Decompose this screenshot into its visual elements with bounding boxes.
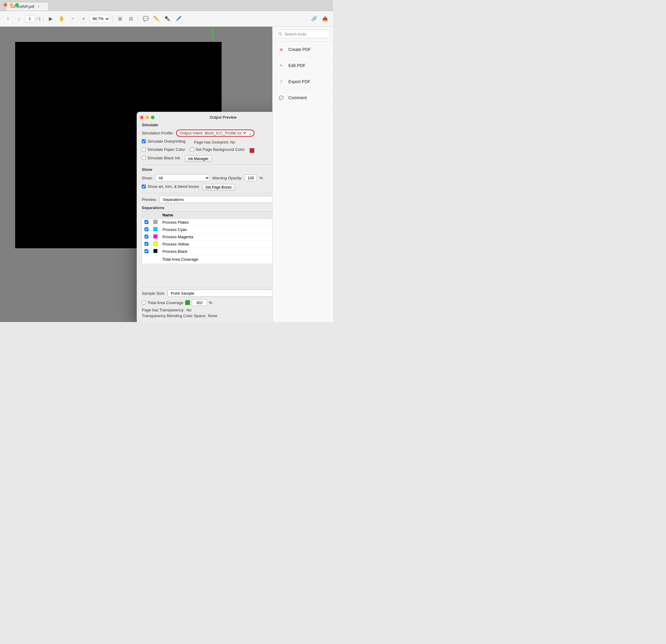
toolbar-separator-3 bbox=[138, 15, 138, 22]
show-art-trim-checkbox[interactable] bbox=[142, 184, 146, 189]
empty-space bbox=[142, 266, 272, 284]
set-page-bg-checkbox[interactable] bbox=[190, 147, 194, 151]
sep-name: Process Black bbox=[160, 248, 253, 255]
separation-row[interactable]: Process Magenta 64% bbox=[142, 233, 273, 241]
page-transparency-label: Page has Transparency: bbox=[142, 308, 185, 312]
pdf-viewer-area[interactable]: Output Preview Simulate Simulation Profi… bbox=[0, 27, 272, 322]
tool-label: Edit PDF bbox=[288, 63, 305, 68]
window-controls bbox=[4, 3, 19, 7]
separation-row[interactable]: Process Black 98% bbox=[142, 248, 273, 255]
minimize-window-btn[interactable] bbox=[10, 3, 13, 7]
preview-label: Preview: bbox=[142, 197, 157, 202]
sep-pct: 64% bbox=[253, 233, 272, 241]
sep-checkbox[interactable] bbox=[144, 242, 148, 246]
sep-checkbox[interactable] bbox=[144, 235, 148, 238]
divider-3 bbox=[142, 287, 272, 287]
stamp-btn[interactable]: 🖊️ bbox=[174, 14, 183, 24]
simulate-black-ink-row: Simulate Black Ink bbox=[142, 156, 180, 160]
close-window-btn[interactable] bbox=[4, 3, 7, 7]
sep-checkbox[interactable] bbox=[144, 249, 148, 253]
share-btn[interactable]: 📤 bbox=[320, 14, 330, 24]
maximize-window-btn[interactable] bbox=[15, 3, 19, 7]
toolbar: ↑ ↓ 1 / 1 ▶ ✋ − + 98.7% ⊞ ⊟ 💬 ✏️ ✒️ 🖊️ 🔗… bbox=[0, 11, 333, 27]
hand-tool-btn[interactable]: ✋ bbox=[57, 14, 67, 24]
tac-checkbox[interactable] bbox=[142, 301, 146, 305]
prev-page-btn[interactable]: ↑ bbox=[3, 14, 13, 24]
link-btn[interactable]: 🔗 bbox=[309, 14, 319, 24]
page-transparency-value: No bbox=[187, 308, 192, 312]
separations-table: Name Process Plates Process Cyan 72% Pro… bbox=[142, 211, 272, 264]
sep-color-swatch bbox=[153, 220, 158, 224]
output-preview-dialog[interactable]: Output Preview Simulate Simulation Profi… bbox=[137, 112, 272, 322]
dialog-window-controls bbox=[140, 115, 155, 119]
warning-opacity-input[interactable]: 100 bbox=[245, 175, 257, 181]
dialog-max-btn[interactable] bbox=[151, 115, 155, 119]
divider-2 bbox=[142, 193, 272, 193]
sign-btn[interactable]: ✒️ bbox=[163, 14, 172, 24]
separations-label: Separations bbox=[142, 205, 272, 210]
zoom-out-btn[interactable]: − bbox=[68, 14, 77, 24]
sep-pct: 64% bbox=[253, 241, 272, 248]
bg-color-swatch[interactable] bbox=[249, 148, 255, 153]
edit-pdf-icon: ✎ bbox=[277, 61, 285, 70]
next-page-btn[interactable]: ↓ bbox=[14, 14, 24, 24]
select-tool-btn[interactable]: ▶ bbox=[46, 14, 55, 24]
dialog-close-btn[interactable] bbox=[140, 115, 144, 119]
zoom-in-btn[interactable]: + bbox=[78, 14, 88, 24]
sep-col-name: Name bbox=[160, 212, 253, 219]
simulate-overprinting-checkbox[interactable] bbox=[142, 139, 146, 143]
sample-size-select[interactable]: Point Sample bbox=[168, 289, 272, 297]
separation-row[interactable]: Process Cyan 72% bbox=[142, 226, 273, 233]
zoom-select[interactable]: 98.7% bbox=[90, 15, 110, 23]
simulate-black-ink-checkbox[interactable] bbox=[142, 156, 146, 160]
tac-row: Total Area Coverage 302 % bbox=[142, 299, 272, 306]
sep-checkbox[interactable] bbox=[144, 220, 148, 224]
sep-checkbox[interactable] bbox=[144, 227, 148, 231]
page-total: / 1 bbox=[36, 16, 41, 21]
tab-close-btn[interactable]: × bbox=[37, 4, 41, 9]
tool-item-export-pdf-icon[interactable]: ⤴ Export PDF bbox=[273, 74, 333, 90]
sep-pct bbox=[253, 219, 272, 226]
comment-icon: 💬 bbox=[277, 93, 285, 102]
warning-opacity-pct: % bbox=[259, 176, 263, 180]
set-page-bg-label: Set Page Background Color bbox=[196, 147, 245, 152]
simulate-overprinting-row: Simulate Overprinting bbox=[142, 139, 186, 144]
sample-size-row: Sample Size: Point Sample bbox=[142, 289, 272, 297]
page-number-input[interactable]: 1 bbox=[25, 15, 35, 22]
scroll-mode-btn[interactable]: ⊟ bbox=[126, 14, 136, 24]
tac-label: Total Area Coverage bbox=[147, 301, 183, 305]
total-area-coverage-row: Total Area Coverage 298% bbox=[142, 255, 273, 264]
separation-row[interactable]: Process Plates bbox=[142, 219, 273, 226]
simulate-paper-color-checkbox[interactable] bbox=[142, 147, 146, 151]
show-select[interactable]: All bbox=[155, 174, 210, 181]
tool-item-create-pdf-icon[interactable]: ⊕ Create PDF bbox=[273, 41, 333, 58]
profile-select-arrow-icon: ⌄ bbox=[248, 131, 252, 136]
dialog-titlebar: Output Preview bbox=[137, 112, 272, 123]
ink-manager-btn[interactable]: Ink Manager bbox=[185, 155, 212, 162]
simulation-profile-select[interactable]: Output Intent: Blurb_ICC_Profile.icc bbox=[178, 130, 247, 136]
dialog-min-btn[interactable] bbox=[145, 115, 149, 119]
show-label: Show: bbox=[142, 176, 153, 180]
tac-color-swatch[interactable] bbox=[185, 300, 190, 305]
right-panel: ⊕ Create PDF ✎ Edit PDF ⤴ Export PDF 💬 C… bbox=[272, 27, 333, 322]
sep-color-swatch bbox=[153, 227, 158, 231]
tac-value-input[interactable]: 302 bbox=[192, 299, 207, 306]
sep-color-swatch bbox=[153, 249, 158, 253]
set-page-boxes-btn[interactable]: Set Page Boxes bbox=[202, 184, 235, 191]
separation-row[interactable]: Process Yellow 64% bbox=[142, 241, 273, 248]
tool-item-edit-pdf-icon[interactable]: ✎ Edit PDF bbox=[273, 58, 333, 74]
tool-item-comment-icon[interactable]: 💬 Comment bbox=[273, 90, 333, 106]
separations-section: Separations Name bbox=[142, 205, 272, 264]
fit-page-btn[interactable]: ⊞ bbox=[115, 14, 125, 24]
dialog-body: Simulate Simulation Profile: Output Inte… bbox=[137, 123, 272, 322]
sep-color-swatch bbox=[153, 242, 158, 246]
simulate-section-label: Simulate bbox=[142, 123, 272, 127]
draw-btn[interactable]: ✏️ bbox=[152, 14, 161, 24]
dialog-title: Output Preview bbox=[210, 115, 237, 120]
comment-btn[interactable]: 💬 bbox=[141, 14, 151, 24]
tool-list: ⊕ Create PDF ✎ Edit PDF ⤴ Export PDF 💬 C… bbox=[273, 41, 333, 106]
search-tools-input[interactable] bbox=[276, 30, 330, 38]
simulation-profile-select-wrap[interactable]: Output Intent: Blurb_ICC_Profile.icc ⌄ bbox=[176, 130, 255, 137]
preview-select[interactable]: Separations bbox=[159, 196, 272, 203]
simulate-paper-color-label: Simulate Paper Color bbox=[147, 147, 185, 152]
